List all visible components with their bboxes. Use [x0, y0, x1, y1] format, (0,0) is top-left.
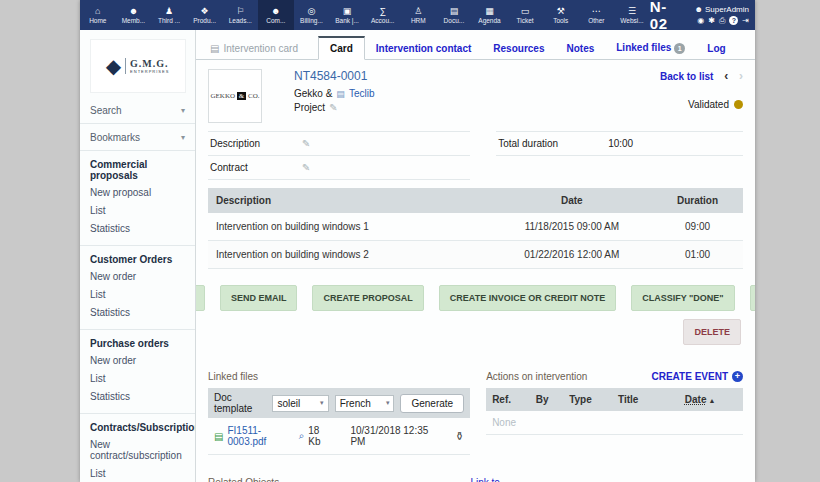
topbar-item-hrm[interactable]: ♙HRM: [400, 0, 436, 30]
top-menu-bar: ⌂Home ☻Memb... ♟Third ... ❖Produ... ⚐Lea…: [80, 0, 755, 30]
sidebar-item-statistics[interactable]: Statistics: [90, 223, 185, 234]
topbar-item-home[interactable]: ⌂Home: [80, 0, 116, 30]
help-icon[interactable]: ?: [729, 16, 738, 25]
table-row[interactable]: Intervention on building windows 1 11/18…: [208, 213, 743, 241]
thirdparty-link[interactable]: Teclib: [349, 88, 375, 99]
classify-done-button[interactable]: CLASSIFY "DONE": [631, 285, 734, 311]
col-by[interactable]: By: [530, 388, 563, 411]
app-window: ⌂Home ☻Memb... ♟Third ... ❖Produ... ⚐Lea…: [80, 0, 755, 482]
topbar-label: Memb...: [122, 17, 145, 24]
sidebar-item-new-contract[interactable]: New contract/subscription: [90, 439, 185, 461]
chevron-right-icon: ›: [739, 69, 743, 83]
intervention-card-icon: ▤: [210, 43, 219, 54]
sidebar-section-contracts: Contracts/Subscriptions New contract/sub…: [80, 414, 195, 482]
events-block: Actions on intervention CREATE EVENT+ Re…: [486, 371, 743, 455]
topbar-item-leads[interactable]: ⚐Leads...: [222, 0, 258, 30]
file-size: 18 Kb: [308, 425, 332, 447]
topbar-label: HRM: [411, 17, 426, 24]
project-label: Project: [294, 102, 325, 113]
edit-pencil-icon[interactable]: ✎: [329, 102, 337, 113]
section-title[interactable]: Commercial proposals: [90, 159, 185, 181]
intervention-ref[interactable]: NT4584-0001: [294, 69, 374, 83]
section-title[interactable]: Contracts/Subscriptions: [90, 422, 185, 433]
topbar-label: Tools: [553, 17, 568, 24]
topbar-item-commercial[interactable]: ☻Com...: [258, 0, 294, 30]
topbar-item-bank[interactable]: ▣Bank |...: [329, 0, 365, 30]
tab-resources[interactable]: Resources: [482, 38, 555, 59]
search-dropdown[interactable]: Search▾: [80, 97, 195, 124]
bug-icon[interactable]: ✱: [708, 16, 715, 26]
topbar-item-billing[interactable]: ◎Billing...: [294, 0, 330, 30]
logout-icon[interactable]: ⇥: [742, 16, 749, 26]
modify-button[interactable]: MODIFY: [196, 285, 205, 311]
topbar-item-accountancy[interactable]: ∑Accou...: [365, 0, 401, 30]
company-logo: ◆ G.M.G. ENTERPRISES: [90, 39, 186, 93]
edit-pencil-icon[interactable]: ✎: [302, 162, 310, 173]
back-to-list-link[interactable]: Back to list: [660, 71, 713, 82]
sidebar-item-list[interactable]: List: [90, 373, 185, 384]
doc-template-label: Doc template: [214, 392, 266, 414]
sidebar-item-list[interactable]: List: [90, 205, 185, 216]
clone-button[interactable]: CLONE: [750, 285, 755, 311]
status-label: Validated: [688, 99, 729, 110]
link-to-link[interactable]: Link to...: [470, 477, 508, 482]
topbar-item-other[interactable]: ⋯Other: [579, 0, 615, 30]
section-title[interactable]: Customer Orders: [90, 254, 185, 265]
col-ref[interactable]: Ref.: [486, 388, 530, 411]
linked-files-block: Linked files Doc template soleil▾ French…: [208, 371, 470, 455]
file-link[interactable]: FI1511-0003.pdf: [227, 425, 294, 447]
col-date-sorted[interactable]: Date▲: [679, 388, 743, 411]
events-table: Ref. By Type Title Date▲ None: [486, 388, 743, 435]
delete-file-icon[interactable]: ⚱: [455, 430, 464, 443]
tab-bar: ▤Intervention card Card Intervention con…: [196, 30, 755, 60]
tab-card[interactable]: Card: [318, 36, 365, 60]
delete-button[interactable]: DELETE: [683, 319, 741, 345]
col-title[interactable]: Title: [612, 388, 679, 411]
tab-notes[interactable]: Notes: [555, 38, 605, 59]
sidebar-item-list[interactable]: List: [90, 289, 185, 300]
tab-log[interactable]: Log: [696, 38, 736, 59]
create-invoice-button[interactable]: CREATE INVOICE OR CREDIT NOTE: [439, 285, 616, 311]
total-duration-label: Total duration: [498, 138, 608, 149]
topbar-item-ticket[interactable]: ▭Ticket: [507, 0, 543, 30]
file-row: ▤ FI1511-0003.pdf ⌕ 18 Kb 10/31/2018 12:…: [208, 418, 470, 455]
user-menu[interactable]: ☻SuperAdmin: [695, 5, 749, 14]
send-email-button[interactable]: SEND EMAIL: [220, 285, 298, 311]
topbar-label: Other: [588, 17, 604, 24]
sidebar-item-new-order[interactable]: New order: [90, 271, 185, 282]
pdf-file-icon: ▤: [214, 431, 223, 442]
topbar-item-thirdparties[interactable]: ♟Third ...: [151, 0, 187, 30]
print-icon[interactable]: ⎙: [719, 16, 725, 26]
topbar-item-members[interactable]: ☻Memb...: [116, 0, 152, 30]
environment-label: N-02: [650, 0, 681, 32]
chevron-left-icon[interactable]: ‹: [724, 69, 728, 83]
section-title[interactable]: Purchase orders: [90, 338, 185, 349]
sidebar-item-new-order[interactable]: New order: [90, 355, 185, 366]
table-row[interactable]: Intervention on building windows 2 01/22…: [208, 241, 743, 269]
create-event-link[interactable]: CREATE EVENT+: [652, 371, 744, 382]
col-duration: Duration: [652, 188, 743, 213]
tab-linked-files[interactable]: Linked files1: [605, 37, 696, 59]
topbar-item-tools[interactable]: ⚒Tools: [543, 0, 579, 30]
bookmarks-dropdown[interactable]: Bookmarks▾: [80, 124, 195, 151]
topbar-item-agenda[interactable]: ▦Agenda: [472, 0, 508, 30]
tab-intervention-contact[interactable]: Intervention contact: [365, 38, 483, 59]
topbar-item-products[interactable]: ❖Produ...: [187, 0, 223, 30]
generate-button[interactable]: Generate: [400, 394, 464, 413]
template-select[interactable]: soleil▾: [272, 395, 328, 412]
language-select[interactable]: French▾: [335, 395, 395, 412]
products-icon: ❖: [201, 6, 209, 16]
line-description: Intervention on building windows 2: [208, 241, 492, 269]
sidebar-item-statistics[interactable]: Statistics: [90, 307, 185, 318]
topbar-item-website[interactable]: ☰Websi...: [614, 0, 650, 30]
sidebar-item-statistics[interactable]: Statistics: [90, 391, 185, 402]
sort-asc-icon: ▲: [708, 397, 715, 404]
sidebar-item-list[interactable]: List: [90, 468, 185, 479]
create-proposal-button[interactable]: CREATE PROPOSAL: [312, 285, 423, 311]
sidebar-item-new-proposal[interactable]: New proposal: [90, 187, 185, 198]
edit-pencil-icon[interactable]: ✎: [302, 138, 310, 149]
topbar-item-documents[interactable]: ▤Docu...: [436, 0, 472, 30]
globe-icon[interactable]: ◉: [697, 16, 704, 26]
preview-magnifier-icon[interactable]: ⌕: [299, 430, 305, 442]
col-type[interactable]: Type: [563, 388, 612, 411]
